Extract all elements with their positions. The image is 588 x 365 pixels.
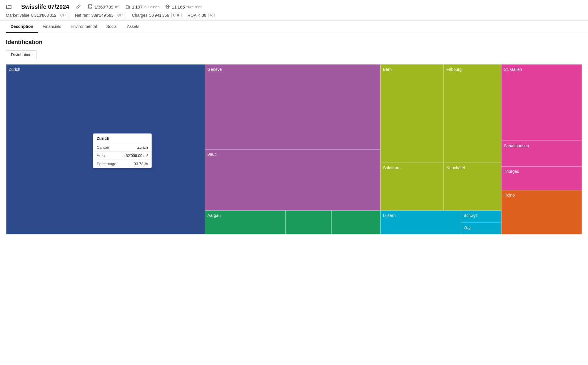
treemap-cell-Bern[interactable]: Bern — [380, 64, 444, 163]
metric-charges-label: Charges — [132, 13, 148, 18]
treemap-cell-Vaud[interactable]: Vaud — [205, 149, 380, 210]
treemap-cell-Thurgau[interactable]: Thurgau — [501, 166, 582, 190]
svg-rect-4 — [167, 6, 168, 8]
treemap-cell-Luzern[interactable]: Luzern — [380, 210, 461, 234]
treemap-cell-4[interactable] — [285, 210, 332, 234]
treemap-cell-Ticino[interactable]: Ticino — [501, 190, 582, 234]
distribution-tab-bar: Distribution — [6, 50, 582, 59]
stat-buildings: 1'197 buildings — [126, 4, 160, 10]
tab-social[interactable]: Social — [102, 21, 122, 33]
dwellings-icon — [165, 4, 170, 10]
tooltip-canton-key: Canton — [97, 145, 109, 150]
stat-dwellings: 11'165 dwellings — [165, 4, 202, 10]
tooltip-row-area: Area 462'008.00 m² — [93, 152, 151, 160]
metric-net-rent: Net rent 339'149'683 CHF — [75, 13, 126, 18]
page-title: Swisslife 07/2024 — [21, 4, 69, 10]
tooltip-pct-key: Percentage — [97, 162, 116, 166]
stat-buildings-unit: buildings — [144, 5, 159, 9]
distribution-tab[interactable]: Distribution — [6, 50, 36, 59]
header-stats: 1'369'789 m² 1'197 buildings 11'165 dwel… — [88, 4, 202, 10]
stat-buildings-value: 1'197 — [132, 4, 143, 9]
tooltip-row-percentage: Percentage 33.73 % — [93, 160, 151, 168]
treemap[interactable]: ZürichGenèveVaudAargauBernFribourgSt. Ga… — [6, 64, 582, 234]
metric-charges-unit: CHF — [171, 13, 182, 18]
metric-charges: Charges 50'941'356 CHF — [132, 13, 182, 18]
treemap-cell-5[interactable] — [331, 210, 380, 234]
treemap-cell-label: Zürich — [9, 67, 20, 72]
treemap-cell-label: Aargau — [208, 213, 221, 218]
stat-area: 1'369'789 m² — [88, 4, 119, 10]
treemap-cell-label: Genève — [208, 67, 222, 72]
treemap-cell-Zug[interactable]: Zug — [461, 222, 501, 234]
stat-area-value: 1'369'789 — [94, 4, 113, 9]
treemap-cell-Neuchâtel[interactable]: Neuchâtel — [444, 163, 501, 210]
stat-dwellings-value: 11'165 — [172, 4, 185, 9]
metric-charges-val: 50'941'356 — [149, 13, 169, 18]
main-content: Identification Distribution ZürichGenève… — [0, 33, 588, 240]
tooltip-row-canton: Canton Zürich — [93, 143, 151, 152]
metric-net-rent-label: Net rent — [75, 13, 90, 18]
treemap-cell-label: St. Gallen — [504, 67, 522, 72]
treemap-cell-Solothurn[interactable]: Solothurn — [380, 163, 444, 210]
treemap-cell-Genève[interactable]: Genève — [205, 64, 380, 149]
treemap-cell-Fribourg[interactable]: Fribourg — [444, 64, 501, 163]
treemap-cell-label: Ticino — [504, 193, 515, 197]
treemap-cell-label: Thurgau — [504, 169, 519, 174]
tab-assets[interactable]: Assets — [122, 21, 144, 33]
buildings-icon — [126, 4, 130, 10]
metric-market-value-val: 8'313'863'312 — [31, 13, 56, 18]
treemap-cell-label: Solothurn — [383, 165, 401, 170]
treemap-cell-Aargau[interactable]: Aargau — [205, 210, 285, 234]
treemap-cell-label: Luzern — [383, 213, 396, 218]
tooltip-title: Zürich — [93, 134, 151, 143]
tooltip: Zürich Canton Zürich Area 462'008.00 m² … — [93, 133, 152, 168]
treemap-cell-Schaffhausen[interactable]: Schaffhausen — [501, 141, 582, 166]
tab-environmental[interactable]: Environmental — [66, 21, 102, 33]
header-metrics: Market value 8'313'863'312 CHF Net rent … — [6, 13, 582, 18]
metric-roa: ROA 4.08 % — [188, 13, 215, 18]
metric-market-value-unit: CHF — [59, 13, 69, 18]
tooltip-canton-val: Zürich — [137, 145, 148, 150]
metric-net-rent-val: 339'149'683 — [91, 13, 113, 18]
treemap-cell-label: Bern — [383, 67, 392, 72]
metric-roa-val: 4.08 — [198, 13, 206, 18]
metric-market-value: Market value 8'313'863'312 CHF — [6, 13, 69, 18]
treemap-container: ZürichGenèveVaudAargauBernFribourgSt. Ga… — [6, 64, 582, 235]
metric-roa-label: ROA — [188, 13, 196, 18]
area-icon — [88, 4, 93, 10]
tab-description[interactable]: Description — [6, 21, 38, 33]
tab-financials[interactable]: Financials — [38, 21, 66, 33]
treemap-cell-label: Schaffhausen — [504, 143, 529, 148]
metric-net-rent-unit: CHF — [116, 13, 126, 18]
tooltip-pct-val: 33.73 % — [134, 162, 148, 166]
treemap-cell-label: Neuchâtel — [446, 165, 465, 170]
stat-area-unit: m² — [115, 5, 120, 9]
main-tabs: Description Financials Environmental Soc… — [0, 21, 588, 33]
header: Swisslife 07/2024 1'369'789 m² 1'197 bui… — [0, 0, 588, 21]
svg-rect-1 — [126, 5, 128, 8]
treemap-cell-label: Vaud — [208, 152, 217, 157]
treemap-cell-St. Gallen[interactable]: St. Gallen — [501, 64, 582, 141]
metric-market-value-label: Market value — [6, 13, 29, 18]
svg-rect-2 — [128, 6, 130, 8]
header-row1: Swisslife 07/2024 1'369'789 m² 1'197 bui… — [6, 4, 582, 10]
treemap-cell-label: Fribourg — [446, 67, 462, 72]
treemap-cell-label: Schwyz — [464, 213, 478, 218]
folder-icon — [6, 4, 12, 10]
metric-roa-unit: % — [208, 13, 215, 18]
section-title: Identification — [6, 39, 582, 46]
treemap-cell-label: Zug — [464, 225, 471, 230]
tooltip-area-key: Area — [97, 153, 105, 158]
tooltip-area-val: 462'008.00 m² — [123, 153, 148, 158]
edit-icon[interactable] — [76, 4, 81, 10]
stat-dwellings-unit: dwellings — [187, 5, 202, 9]
